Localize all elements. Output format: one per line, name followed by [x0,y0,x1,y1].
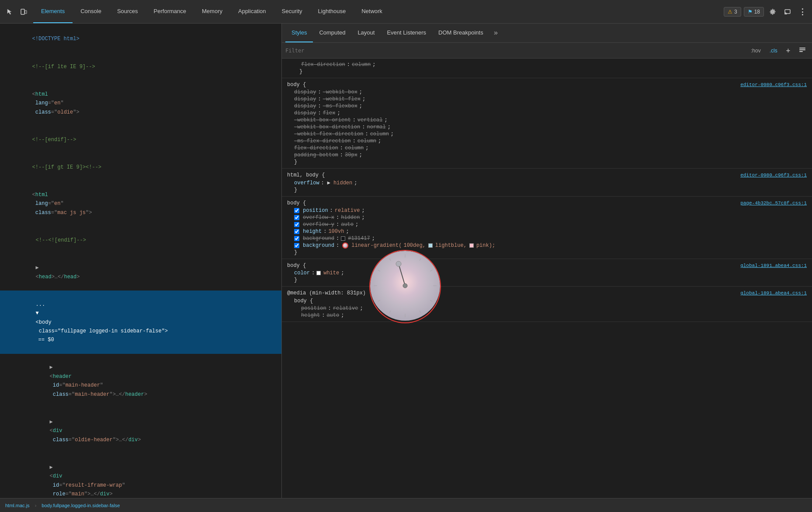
css-prop-row-display-flex: display : flex ; [282,110,812,117]
subtab-styles[interactable]: Styles [285,24,313,42]
filter-cls-button[interactable]: .cls [767,47,780,55]
status-html-link[interactable]: html.mac.js [5,503,30,508]
subtab-event-listeners[interactable]: Event Listeners [381,24,432,42]
html-line-head[interactable]: ▶ <head>…</head> [0,254,281,291]
css-prop-row-webkit-flex-dir: -webkit-flex-direction : column ; [282,131,812,138]
html-line-comment2[interactable]: <!--[endif]--> [0,126,281,153]
main-tabs: Elements Console Sources Performance Mem… [33,0,724,23]
filter-toggle-button[interactable] [796,45,809,56]
css-prop-row-bg-gradient: background : linear-gradient( 100deg, li… [282,242,812,249]
css-source-page[interactable]: page-4b32bc…57c8f.css:1 [740,201,807,206]
warning-badge[interactable]: ⚠ 3 [724,7,741,17]
tab-console[interactable]: Console [73,0,109,23]
status-body-link[interactable]: body.fullpage.logged-in.sidebar-false [42,503,120,508]
html-line-comment4[interactable]: <!--<![endif]--> [0,227,281,254]
device-toggle-icon[interactable] [17,6,30,18]
svg-point-21 [403,284,407,288]
css-source-editor1[interactable]: editor-0980…c96f3.css:1 [740,82,807,87]
filter-input[interactable] [285,48,745,54]
bg-color-swatch[interactable] [341,236,345,241]
tab-performance[interactable]: Performance [146,0,194,23]
html-line-header[interactable]: ▶ <header id="main-header" class="main-h… [0,354,281,408]
filter-hov-button[interactable]: :hov [748,47,763,55]
tab-security[interactable]: Security [274,0,310,23]
subtab-layout[interactable]: Layout [351,24,381,42]
css-prop-row-closing-brace0: } [282,68,812,75]
svg-rect-4 [799,49,805,50]
css-prop-row-color: color : white ; [282,270,812,277]
css-checkbox-bg-color[interactable] [294,236,299,241]
subtab-computed[interactable]: Computed [313,24,351,42]
color-dial-button[interactable] [342,242,348,249]
css-rule-header-media: @media (min-width: 831px) global-1891…ab… [282,289,812,297]
cast-icon[interactable] [781,6,794,18]
css-prop-row-media-height: height : auto ; [289,312,812,319]
html-line-comment3[interactable]: <!--[if gt IE 9]><!--> [0,153,281,181]
css-prop-row-ms-flex-dir: -ms-flex-direction : column ; [282,138,812,145]
css-prop-row-webkit-box-orient: -webkit-box-orient : vertical ; [282,117,812,124]
styles-content[interactable]: flex-direction : column ; } body { edito… [282,59,812,498]
css-prop-row-flex-dir: flex-direction : column ; [282,61,812,68]
tab-lighthouse[interactable]: Lighthouse [310,0,354,23]
css-rule-body-editor: body { editor-0980…c96f3.css:1 display :… [282,78,812,169]
cursor-icon[interactable] [3,6,16,18]
svg-rect-1 [25,10,27,14]
html-line-comment1[interactable]: <!--[if lte IE 9]--> [0,53,281,80]
svg-rect-5 [799,51,803,52]
css-rule-close3: } [282,249,812,256]
tab-elements[interactable]: Elements [33,0,73,23]
css-checkbox-height[interactable] [294,229,299,234]
css-checkbox-position[interactable] [294,208,299,213]
css-prop-row-bg-gradient-container: background : linear-gradient( 100deg, li… [282,242,812,249]
tab-sources[interactable]: Sources [109,0,146,23]
subtab-dom-breakpoints[interactable]: DOM Breakpoints [432,24,489,42]
css-checkbox-overflow-x[interactable] [294,215,299,220]
css-source-editor2[interactable]: editor-0980…c96f3.css:1 [740,173,807,178]
elements-content[interactable]: <!DOCTYPE html> <!--[if lte IE 9]--> <ht… [0,24,281,498]
tab-network[interactable]: Network [354,0,390,23]
html-line-result-iframe[interactable]: ▶ <div id="result-iframe-wrap" role="mai… [0,453,281,498]
styles-panel: Styles Computed Layout Event Listeners D… [282,24,812,498]
css-prop-row-display-webkit-flex: display : -webkit-flex ; [282,96,812,103]
svg-rect-2 [785,10,790,14]
css-rule-header-body-global: body { global-1891…abea4.css:1 [282,262,812,270]
tab-memory[interactable]: Memory [194,0,230,23]
html-line-html-oldie[interactable]: <html lang="en" class="oldie"> [0,80,281,126]
css-prop-row-overflow: overflow : ▶ hidden ; [282,179,812,187]
css-checkbox-overflow-y[interactable] [294,222,299,227]
html-line-oldie-header[interactable]: ▶ <div class="oldie-header">…</div> [0,408,281,453]
css-rule-flex-direction: flex-direction : column ; } [282,59,812,78]
toolbar-icon-group [3,6,30,18]
css-rule-close2: } [282,187,812,194]
css-rule-html-body: html, body { editor-0980…c96f3.css:1 ove… [282,169,812,197]
css-rule-close1: } [282,159,812,166]
css-prop-row-display-ms-flexbox: display : -ms-flexbox ; [282,103,812,110]
html-line-body[interactable]: ... ▼ <body class="fullpage logged-in si… [0,291,281,354]
css-rule-body-page: body { page-4b32bc…57c8f.css:1 position … [282,197,812,259]
css-source-global2[interactable]: global-1891…abea4.css:1 [740,291,807,296]
css-checkbox-bg-gradient[interactable] [294,243,299,248]
css-rule-close4: } [282,277,812,284]
large-color-dial[interactable] [369,250,441,323]
css-rule-header-html-body: html, body { editor-0980…c96f3.css:1 [282,171,812,179]
info-badge[interactable]: ⚑ 18 [744,7,764,17]
status-bar: html.mac.js › body.fullpage.logged-in.si… [0,498,812,512]
css-rule-header-body-page: body { page-4b32bc…57c8f.css:1 [282,199,812,207]
css-prop-row-height: height : 100vh ; [282,228,812,235]
css-prop-row-overflow-x: overflow-x : hidden ; [282,214,812,221]
tab-application[interactable]: Application [230,0,274,23]
css-source-global1[interactable]: global-1891…abea4.css:1 [740,263,807,268]
color-white-swatch[interactable] [316,271,321,275]
html-line-html-main[interactable]: <html lang="en" class="mac js js"> [0,181,281,227]
lightblue-swatch[interactable] [428,243,433,248]
devtools-toolbar: Elements Console Sources Performance Mem… [0,0,812,24]
html-line-doctype[interactable]: <!DOCTYPE html> [0,25,281,53]
css-rule-media-query: @media (min-width: 831px) global-1891…ab… [282,287,812,322]
subtab-more-icon[interactable]: » [491,29,501,37]
filter-add-button[interactable]: + [784,46,793,55]
css-prop-row-media-position: position : relative ; [289,305,812,312]
more-icon[interactable]: ⋮ [796,6,809,18]
pink-swatch[interactable] [469,243,474,248]
svg-rect-0 [21,9,24,14]
settings-icon[interactable] [767,6,779,18]
